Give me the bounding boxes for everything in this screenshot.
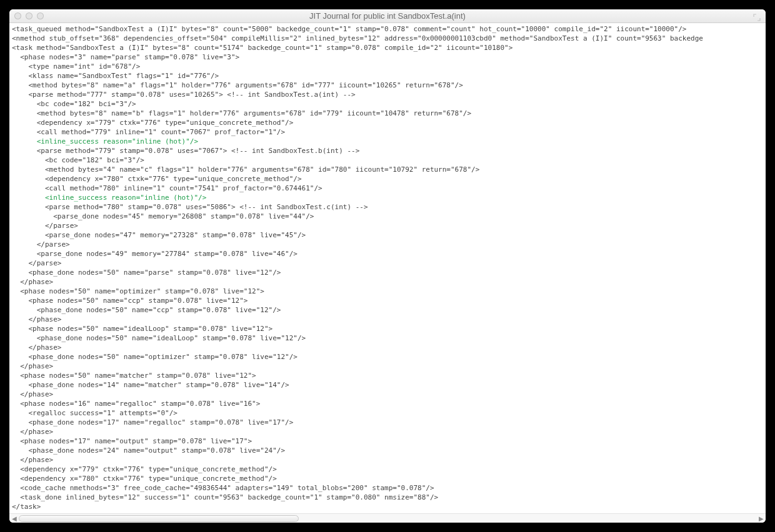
- scroll-track[interactable]: [19, 514, 756, 523]
- scroll-thumb[interactable]: [19, 515, 299, 522]
- journal-output[interactable]: <task_queued method="SandboxTest a (I)I"…: [9, 23, 766, 513]
- scroll-right-button[interactable]: ▶: [756, 514, 766, 523]
- zoom-button[interactable]: [37, 12, 44, 19]
- traffic-lights: [14, 12, 44, 19]
- fullscreen-icon[interactable]: [753, 12, 761, 20]
- titlebar[interactable]: JIT Journal for public int SandboxTest.a…: [9, 9, 766, 23]
- minimize-button[interactable]: [26, 12, 32, 19]
- content-area: <task_queued method="SandboxTest a (I)I"…: [9, 23, 766, 523]
- scroll-left-button[interactable]: ◀: [9, 514, 19, 523]
- horizontal-scrollbar[interactable]: ◀ ▶: [9, 513, 766, 523]
- window-title: JIT Journal for public int SandboxTest.a…: [9, 11, 766, 21]
- close-button[interactable]: [14, 12, 21, 19]
- window: JIT Journal for public int SandboxTest.a…: [9, 9, 766, 523]
